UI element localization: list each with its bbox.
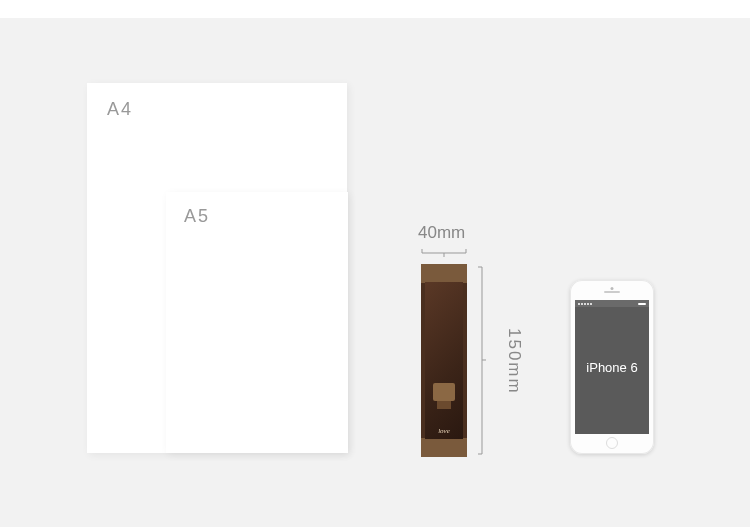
a4-label: A4 [107, 99, 133, 120]
phone-mockup: iPhone 6 [570, 280, 654, 454]
phone-model-label: iPhone 6 [586, 360, 637, 375]
bookmark-tv-illustration [433, 383, 455, 401]
width-bracket-icon [421, 248, 467, 258]
signal-icon [578, 303, 592, 305]
a5-label: A5 [184, 206, 210, 227]
phone-home-button-icon [606, 437, 618, 449]
a5-paper-card: A5 [166, 192, 348, 453]
phone-camera-icon [611, 287, 614, 290]
phone-speaker-icon [604, 291, 620, 293]
bookmark-height-label: 150mm [504, 328, 524, 395]
height-bracket-icon [477, 266, 487, 455]
phone-screen: iPhone 6 [575, 300, 649, 434]
bookmark-image-area [425, 282, 463, 439]
battery-icon [638, 303, 646, 305]
bookmark-love-text: love [421, 427, 467, 435]
bookmark-width-label: 40mm [418, 223, 465, 243]
top-white-strip [0, 0, 750, 18]
phone-status-bar [575, 300, 649, 307]
bookmark-product: love [421, 264, 467, 457]
